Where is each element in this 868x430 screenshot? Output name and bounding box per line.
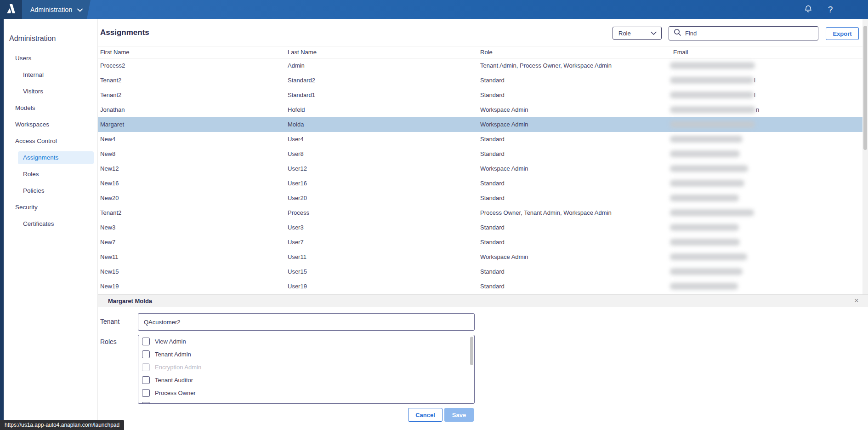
cancel-button[interactable]: Cancel — [408, 408, 443, 422]
cell-role: Workspace Admin — [480, 250, 669, 264]
sidebar-item-users[interactable]: Users — [4, 50, 97, 67]
redacted-email-blur — [670, 195, 739, 201]
cell-first-name: New12 — [100, 161, 284, 176]
cell-role: Standard — [480, 235, 669, 250]
save-button[interactable]: Save — [444, 408, 474, 422]
cell-last-name: User7 — [288, 235, 476, 250]
checkbox-icon[interactable] — [142, 402, 150, 404]
cell-email-redacted — [670, 117, 862, 132]
role-option-label: Page Builder — [155, 400, 189, 404]
export-button[interactable]: Export — [826, 27, 859, 40]
checkbox-icon[interactable] — [142, 376, 150, 384]
table-row[interactable]: New8User8Standard — [98, 147, 862, 161]
table-row[interactable]: JonathanHofeldWorkspace Adminn — [98, 103, 862, 117]
status-url-tooltip: https://us1a.app-auto4.anaplan.com/launc… — [0, 420, 124, 430]
table-row[interactable]: Process2AdminTenant Admin, Process Owner… — [98, 58, 862, 73]
sidebar-item-visitors[interactable]: Visitors — [4, 83, 97, 100]
table-row[interactable]: New7User7Standard — [98, 235, 862, 250]
table-row[interactable]: New4User4Standard — [98, 132, 862, 147]
cell-email-redacted — [670, 176, 862, 191]
sidebar: Administration UsersInternalVisitorsMode… — [4, 19, 98, 430]
page-title: Assignments — [100, 28, 149, 37]
cell-last-name: User15 — [288, 264, 476, 279]
sidebar-item-roles[interactable]: Roles — [4, 166, 97, 183]
redacted-email-blur — [670, 106, 755, 113]
redacted-email-blur — [670, 268, 743, 275]
roles-label: Roles — [100, 338, 117, 345]
role-option-tenant-admin[interactable]: Tenant Admin — [138, 348, 474, 361]
anaplan-logo[interactable] — [0, 0, 22, 19]
table-row[interactable]: New15User15Standard — [98, 264, 862, 279]
table-row[interactable]: New16User16Standard — [98, 176, 862, 191]
redacted-email-blur — [670, 77, 754, 84]
table-row[interactable]: MargaretMoldaWorkspace Admin — [98, 117, 862, 132]
table-row[interactable]: Tenant2Standard1Standardl — [98, 88, 862, 103]
anaplan-logo-icon — [6, 3, 16, 16]
table-header: First Name Last Name Role Email — [98, 46, 862, 58]
table-row[interactable]: Tenant2Standard2Standardl — [98, 73, 862, 88]
table-row[interactable]: Tenant2ProcessProcess Owner, Tenant Admi… — [98, 206, 862, 220]
sidebar-item-access-control[interactable]: Access Control — [4, 133, 97, 149]
role-option-label: Process Owner — [155, 387, 196, 400]
redacted-email-blur — [670, 239, 740, 246]
cell-last-name: User19 — [288, 279, 476, 294]
notifications-button[interactable] — [802, 0, 815, 19]
cell-first-name: New4 — [100, 132, 284, 147]
cell-email-redacted: l — [670, 73, 862, 88]
checkbox-icon[interactable] — [142, 389, 150, 397]
cell-first-name: Jonathan — [100, 103, 284, 117]
roles-listbox[interactable]: View AdminTenant AdminEncryption AdminTe… — [138, 335, 475, 404]
cell-email-redacted — [670, 191, 862, 206]
column-header-first-name[interactable]: First Name — [100, 46, 130, 58]
email-tail-fragment: l — [754, 73, 755, 88]
sidebar-item-internal[interactable]: Internal — [4, 67, 97, 83]
cell-email-redacted — [670, 161, 862, 176]
redacted-email-blur — [670, 165, 748, 172]
cell-email-redacted — [670, 132, 862, 147]
sidebar-item-certificates[interactable]: Certificates — [4, 216, 97, 232]
table-row[interactable]: New20User20Standard — [98, 191, 862, 206]
sidebar-item-security[interactable]: Security — [4, 199, 97, 216]
filter-dropdown[interactable]: Role — [613, 27, 662, 40]
role-option-process-owner[interactable]: Process Owner — [138, 387, 474, 400]
redacted-email-blur — [670, 180, 744, 187]
column-header-role[interactable]: Role — [480, 46, 493, 58]
bell-icon — [804, 4, 813, 15]
cell-last-name: Hofeld — [288, 103, 476, 117]
table-row[interactable]: New19User19Standard — [98, 279, 862, 294]
cell-first-name: New11 — [100, 250, 284, 264]
column-header-email[interactable]: Email — [673, 46, 688, 58]
table-row[interactable]: New3User3Standard — [98, 220, 862, 235]
table-row[interactable]: New12User12Workspace Admin — [98, 161, 862, 176]
column-header-last-name[interactable]: Last Name — [288, 46, 317, 58]
app-switcher[interactable]: Administration — [22, 0, 91, 19]
help-button[interactable]: ? — [824, 0, 837, 19]
checkbox-icon[interactable] — [142, 350, 150, 358]
close-icon[interactable]: × — [852, 295, 861, 307]
checkbox-icon[interactable] — [142, 338, 150, 345]
sidebar-item-models[interactable]: Models — [4, 100, 97, 116]
cell-role: Standard — [480, 176, 669, 191]
detail-panel: Margaret Molda × Tenant Roles View Admin… — [98, 294, 868, 430]
role-option-page-builder[interactable]: Page Builder — [138, 400, 474, 404]
cell-email-redacted — [670, 264, 862, 279]
find-input[interactable] — [685, 30, 813, 37]
table-scrollbar[interactable] — [862, 19, 868, 294]
role-option-tenant-auditor[interactable]: Tenant Auditor — [138, 374, 474, 387]
role-option-view-admin[interactable]: View Admin — [138, 335, 474, 348]
cell-role: Workspace Admin — [480, 103, 669, 117]
cell-email-redacted — [670, 58, 862, 73]
sidebar-item-assignments[interactable]: Assignments — [18, 151, 94, 164]
tenant-field[interactable] — [138, 313, 475, 331]
cell-role: Standard — [480, 88, 669, 103]
table-row[interactable]: New11User11Workspace Admin — [98, 250, 862, 264]
cell-first-name: Tenant2 — [100, 73, 284, 88]
scrollbar-thumb[interactable] — [863, 26, 867, 150]
cell-role: Standard — [480, 132, 669, 147]
role-option-label: View Admin — [155, 335, 186, 348]
sidebar-item-policies[interactable]: Policies — [4, 183, 97, 199]
cell-role: Workspace Admin — [480, 161, 669, 176]
sidebar-item-workspaces[interactable]: Workspaces — [4, 116, 97, 133]
cell-first-name: New15 — [100, 264, 284, 279]
cell-last-name: User16 — [288, 176, 476, 191]
